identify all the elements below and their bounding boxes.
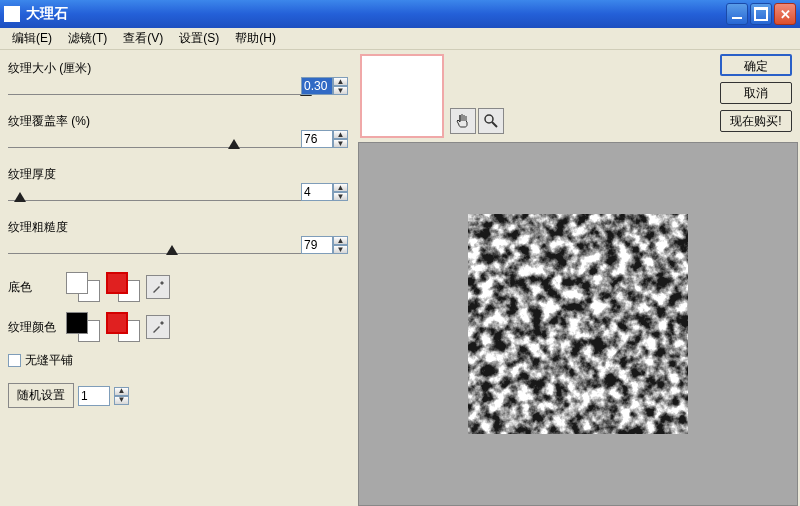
spinner-up[interactable]: ▲ [333, 236, 348, 245]
random-row: 随机设置 ▲ ▼ [8, 383, 348, 408]
seamless-checkbox[interactable] [8, 354, 21, 367]
coverage-input[interactable] [301, 130, 333, 148]
eyedropper-icon[interactable] [146, 275, 170, 299]
menu-filter[interactable]: 滤镜(T) [60, 28, 115, 49]
slider-thumb[interactable] [228, 139, 240, 149]
spinner-down[interactable]: ▼ [333, 192, 348, 201]
coverage-slider[interactable] [8, 132, 306, 148]
marble-texture-preview [468, 214, 688, 434]
ok-button[interactable]: 确定 [720, 54, 792, 76]
spinner-up[interactable]: ▲ [333, 77, 348, 86]
thickness-row: 纹理厚度 ▲ ▼ [8, 166, 348, 201]
spinner-down[interactable]: ▼ [333, 245, 348, 254]
random-button[interactable]: 随机设置 [8, 383, 74, 408]
maximize-button[interactable] [750, 3, 772, 25]
buy-button[interactable]: 现在购买! [720, 110, 792, 132]
slider-thumb[interactable] [166, 245, 178, 255]
menu-edit[interactable]: 编辑(E) [4, 28, 60, 49]
app-icon [4, 6, 20, 22]
texture-color-swatch[interactable] [66, 312, 100, 342]
texture-accent-swatch[interactable] [106, 312, 140, 342]
base-color-row: 底色 [8, 272, 348, 302]
svg-line-1 [492, 122, 497, 127]
slider-thumb[interactable] [14, 192, 26, 202]
menu-view[interactable]: 查看(V) [115, 28, 171, 49]
window-title: 大理石 [26, 5, 726, 23]
zoom-tool-icon[interactable] [478, 108, 504, 134]
thickness-slider[interactable] [8, 185, 306, 201]
spinner-up[interactable]: ▲ [333, 130, 348, 139]
texture-size-slider[interactable] [8, 79, 306, 95]
minimize-button[interactable] [726, 3, 748, 25]
menu-settings[interactable]: 设置(S) [171, 28, 227, 49]
seamless-row: 无缝平铺 [8, 352, 348, 369]
roughness-label: 纹理粗糙度 [8, 219, 348, 236]
controls-panel: 纹理大小 (厘米) ▲ ▼ 纹理覆盖率 (%) [0, 50, 356, 506]
base-color-label: 底色 [8, 279, 60, 296]
texture-color-row: 纹理颜色 [8, 312, 348, 342]
roughness-input[interactable] [301, 236, 333, 254]
spinner-up[interactable]: ▲ [333, 183, 348, 192]
svg-point-0 [485, 115, 493, 123]
menu-bar: 编辑(E) 滤镜(T) 查看(V) 设置(S) 帮助(H) [0, 28, 800, 50]
spinner-down[interactable]: ▼ [333, 139, 348, 148]
preview-thumbnail[interactable] [360, 54, 444, 138]
svg-rect-3 [468, 214, 688, 434]
base-color-swatch[interactable] [66, 272, 100, 302]
texture-size-label: 纹理大小 (厘米) [8, 60, 348, 77]
spinner-down[interactable]: ▼ [333, 86, 348, 95]
menu-help[interactable]: 帮助(H) [227, 28, 284, 49]
thickness-label: 纹理厚度 [8, 166, 348, 183]
thickness-input[interactable] [301, 183, 333, 201]
close-button[interactable] [774, 3, 796, 25]
coverage-row: 纹理覆盖率 (%) ▲ ▼ [8, 113, 348, 148]
cancel-button[interactable]: 取消 [720, 82, 792, 104]
spinner-down[interactable]: ▼ [114, 396, 129, 405]
preview-panel: 确定 取消 现在购买! [356, 50, 800, 506]
texture-size-input[interactable] [301, 77, 333, 95]
roughness-slider[interactable] [8, 238, 306, 254]
random-seed-input[interactable] [78, 386, 110, 406]
hand-tool-icon[interactable] [450, 108, 476, 134]
coverage-label: 纹理覆盖率 (%) [8, 113, 348, 130]
base-accent-swatch[interactable] [106, 272, 140, 302]
eyedropper-icon[interactable] [146, 315, 170, 339]
roughness-row: 纹理粗糙度 ▲ ▼ [8, 219, 348, 254]
seamless-label: 无缝平铺 [25, 352, 73, 369]
texture-color-label: 纹理颜色 [8, 319, 60, 336]
preview-canvas[interactable] [358, 142, 798, 506]
texture-size-row: 纹理大小 (厘米) ▲ ▼ [8, 60, 348, 95]
title-bar: 大理石 [0, 0, 800, 28]
